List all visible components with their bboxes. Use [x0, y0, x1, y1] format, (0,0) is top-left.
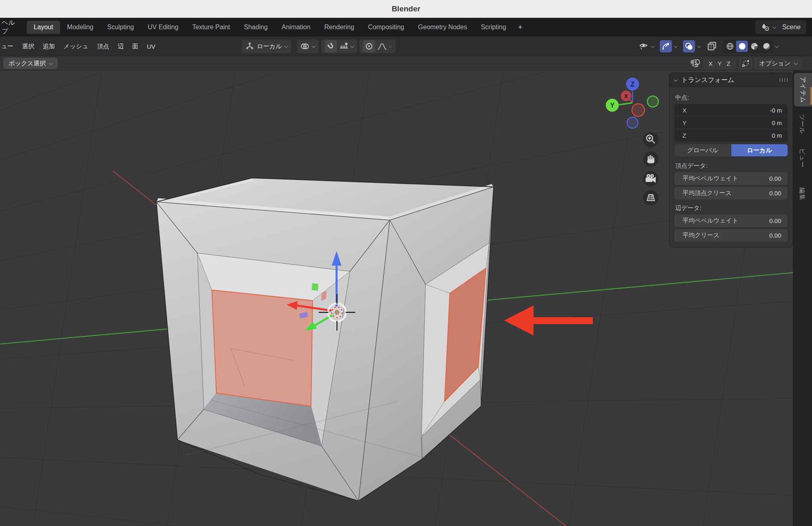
magnet-icon — [325, 41, 337, 52]
menu-help-partial[interactable]: ヘルプ — [2, 19, 20, 36]
topbar: ヘルプ Layout Modeling Sculpting UV Editing… — [0, 18, 812, 37]
svg-text:Y: Y — [610, 102, 615, 109]
collapse-chevron-icon — [674, 78, 678, 82]
shading-rendered-button[interactable] — [760, 41, 772, 52]
menu-view-partial[interactable]: ュー — [1, 43, 13, 50]
chevron-down-icon — [312, 44, 316, 48]
zoom-button[interactable] — [643, 132, 659, 147]
mirror-x-button[interactable]: X — [708, 60, 713, 67]
show-object-types-icon[interactable] — [638, 41, 649, 51]
tab-scripting[interactable]: Scripting — [474, 21, 513, 34]
tab-shading[interactable]: Shading — [237, 21, 275, 34]
tab-modeling[interactable]: Modeling — [60, 21, 100, 34]
show-overlays-toggle[interactable] — [683, 40, 695, 52]
proportional-edit-toggle[interactable] — [363, 40, 375, 52]
show-gizmos-icon — [662, 42, 670, 50]
tab-geometry-nodes[interactable]: Geometry Nodes — [411, 21, 474, 34]
svg-text:Z: Z — [631, 81, 635, 88]
solid-icon — [738, 42, 746, 50]
tab-rendering[interactable]: Rendering — [317, 21, 361, 34]
chevron-down-icon — [284, 44, 288, 48]
vertex-data-label: 頂点データ: — [675, 162, 788, 170]
mirror-butterfly-icon[interactable] — [689, 58, 701, 69]
panel-grip-icon[interactable] — [779, 78, 788, 82]
falloff-curve-icon[interactable] — [377, 42, 387, 50]
show-gizmos-toggle[interactable] — [660, 40, 672, 52]
toggle-xray-icon[interactable] — [707, 41, 717, 52]
active-tool-dropdown[interactable]: ボックス選択 — [3, 58, 58, 69]
median-vector-group: X -0 m Y 0 m Z 0 m — [674, 104, 788, 142]
panel-header[interactable]: トランスフォーム — [669, 73, 793, 87]
nav-axis-x-neg — [632, 104, 645, 117]
median-label: 中点: — [675, 94, 788, 102]
edge-data-label: 辺データ: — [675, 204, 788, 212]
selected-face-front — [212, 290, 313, 406]
median-x-field[interactable]: X -0 m — [674, 104, 788, 117]
scene-icon — [761, 23, 770, 31]
scene-selector[interactable]: Scene — [755, 20, 806, 34]
global-button[interactable]: グローバル — [674, 144, 731, 156]
chevron-down-icon — [651, 44, 655, 48]
plane-handle-zx — [312, 283, 318, 291]
window-titlebar: Blender — [0, 0, 812, 18]
svg-text:X: X — [624, 93, 628, 100]
menu-edge[interactable]: 辺 — [118, 43, 124, 50]
sidebar-tab-item[interactable]: アイテム — [794, 73, 812, 106]
tab-layout[interactable]: Layout — [27, 21, 60, 34]
options-dropdown[interactable]: オプション — [754, 58, 802, 69]
shading-wireframe-button[interactable] — [724, 41, 736, 52]
chevron-down-icon — [350, 44, 354, 48]
tab-sculpting[interactable]: Sculpting — [100, 21, 141, 34]
median-y-field[interactable]: Y 0 m — [674, 117, 788, 129]
mean-vertex-crease-field[interactable]: 平均頂点クリース 0.00 — [674, 187, 788, 199]
editor-menus: ュー 選択 追加 メッシュ 頂点 辺 面 UV — [1, 37, 155, 56]
chevron-down-icon — [389, 44, 393, 48]
tab-compositing[interactable]: Compositing — [361, 21, 411, 34]
mean-bevel-weight-vertex-field[interactable]: 平均ベベルウェイト 0.00 — [674, 172, 788, 185]
tab-animation[interactable]: Animation — [275, 21, 317, 34]
header-right-toggles — [638, 39, 778, 53]
menu-vertex[interactable]: 頂点 — [97, 43, 109, 50]
mirror-z-button[interactable]: Z — [727, 60, 730, 67]
workspace-tabs: Layout Modeling Sculpting UV Editing Tex… — [27, 18, 527, 37]
sidebar-tab-tool[interactable]: ツール — [793, 110, 811, 138]
shading-material-button[interactable] — [748, 41, 760, 52]
tab-texture-paint[interactable]: Texture Paint — [185, 21, 237, 34]
proportional-projected-toggle[interactable] — [740, 58, 752, 69]
shading-solid-button[interactable] — [736, 41, 748, 52]
material-preview-icon — [750, 42, 758, 50]
menu-face[interactable]: 面 — [132, 43, 138, 50]
snap-controls — [321, 39, 357, 53]
snap-increment-icon[interactable] — [339, 42, 349, 51]
projection-button[interactable] — [643, 190, 659, 206]
space-toggle: グローバル ローカル — [674, 144, 788, 156]
menu-uv[interactable]: UV — [147, 43, 155, 50]
mean-crease-field[interactable]: 平均クリース 0.00 — [674, 229, 788, 242]
panel-body: 中点: X -0 m Y 0 m Z 0 m グローバル ローカル 頂 — [669, 87, 793, 247]
blender-window: Z X Y — [0, 0, 812, 526]
mirror-axis-buttons: X Y Z — [703, 58, 736, 69]
sidebar-tab-edit[interactable]: 編集 — [793, 183, 811, 205]
tab-uv-editing[interactable]: UV Editing — [141, 21, 186, 34]
pivot-point-dropdown[interactable] — [297, 39, 319, 53]
proportional-edit-icon — [365, 42, 373, 50]
sidebar-tab-view[interactable]: ビュー — [793, 142, 811, 174]
menu-select[interactable]: 選択 — [22, 43, 34, 50]
add-workspace-button[interactable]: + — [513, 23, 527, 32]
scene-name: Scene — [782, 24, 801, 31]
show-overlays-icon — [685, 42, 693, 50]
median-z-field[interactable]: Z 0 m — [674, 129, 788, 142]
mirror-y-button[interactable]: Y — [717, 60, 721, 67]
panel-title: トランスフォーム — [681, 76, 779, 84]
mean-bevel-weight-edge-field[interactable]: 平均ベベルウェイト 0.00 — [674, 214, 788, 227]
menu-mesh[interactable]: メッシュ — [63, 43, 88, 50]
chevron-down-icon — [775, 44, 779, 48]
transform-orientation-dropdown[interactable]: ローカル — [242, 39, 291, 53]
menu-add[interactable]: 追加 — [43, 43, 55, 50]
wireframe-icon — [726, 42, 734, 50]
camera-button[interactable] — [643, 171, 659, 186]
pan-button[interactable] — [643, 152, 659, 167]
snap-toggle[interactable] — [325, 40, 337, 52]
local-button[interactable]: ローカル — [731, 144, 788, 156]
chevron-down-icon — [794, 61, 798, 65]
